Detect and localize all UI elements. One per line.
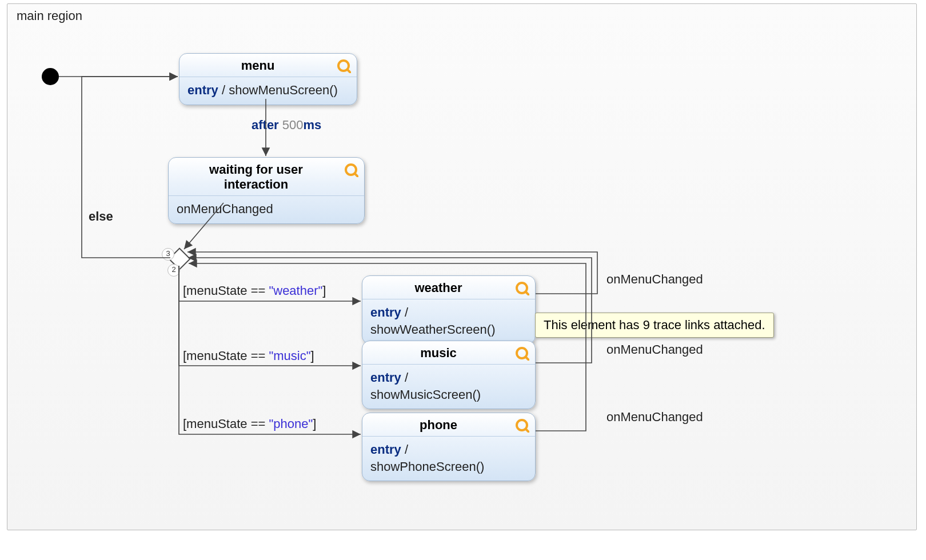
- svg-line-3: [355, 174, 358, 177]
- region-title: main region: [17, 9, 82, 23]
- state-title: music: [362, 341, 535, 364]
- transition-label-onmenuchanged-2: onMenuChanged: [606, 342, 703, 357]
- trace-link-icon[interactable]: [344, 162, 358, 177]
- svg-line-1: [348, 70, 351, 73]
- state-title: waiting for user interaction: [169, 158, 364, 195]
- diagram-canvas: main region menu entry / showMenuScreen(…: [7, 3, 917, 530]
- initial-state[interactable]: [42, 68, 59, 85]
- transition-label-onmenuchanged-3: onMenuChanged: [606, 410, 703, 425]
- state-waiting[interactable]: waiting for user interaction onMenuChang…: [168, 157, 365, 224]
- state-weather[interactable]: weather entry /showWeatherScreen(): [362, 275, 536, 344]
- state-title: phone: [362, 413, 535, 436]
- transition-label-after: after 500ms: [252, 118, 321, 133]
- svg-line-5: [526, 292, 529, 295]
- state-phone[interactable]: phone entry /showPhoneScreen(): [362, 413, 536, 481]
- transition-label-onmenuchanged-1: onMenuChanged: [606, 272, 703, 287]
- guard-music: [menuState == "music"]: [183, 349, 314, 363]
- guard-phone: [menuState == "phone"]: [183, 417, 316, 431]
- state-body: entry /showMusicScreen(): [362, 364, 535, 409]
- state-body: onMenuChanged: [169, 195, 364, 223]
- tooltip: This element has 9 trace links attached.: [535, 313, 774, 338]
- state-body: entry /showWeatherScreen(): [362, 299, 535, 343]
- svg-line-9: [526, 429, 529, 433]
- guard-weather: [menuState == "weather"]: [183, 283, 326, 298]
- state-body: entry /showPhoneScreen(): [362, 436, 535, 481]
- choice-badge-top: 3: [162, 248, 174, 261]
- edge-else-menu[interactable]: [82, 77, 178, 258]
- state-title: menu: [179, 54, 357, 77]
- state-menu[interactable]: menu entry / showMenuScreen(): [179, 53, 357, 105]
- trace-link-icon[interactable]: [336, 58, 351, 73]
- state-music[interactable]: music entry /showMusicScreen(): [362, 341, 536, 409]
- transition-label-else: else: [89, 209, 113, 224]
- state-title: weather: [362, 276, 535, 299]
- trace-link-icon[interactable]: [514, 418, 529, 433]
- state-body: entry / showMenuScreen(): [179, 77, 357, 105]
- choice-badge-bottom: 2: [167, 264, 180, 277]
- trace-link-icon[interactable]: [514, 281, 529, 295]
- trace-link-icon[interactable]: [514, 346, 529, 361]
- svg-line-7: [526, 357, 529, 361]
